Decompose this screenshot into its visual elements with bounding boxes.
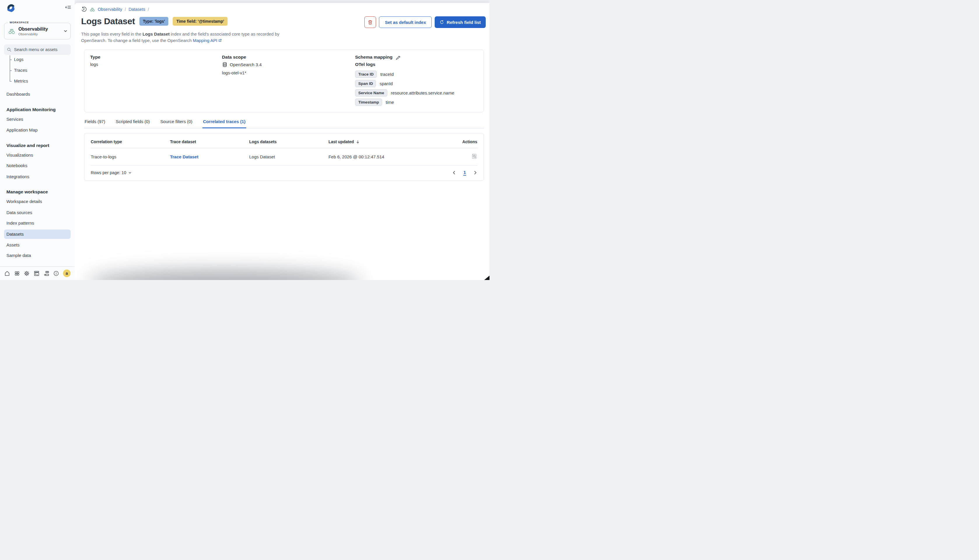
tab-source-filters[interactable]: Source filters (0)	[160, 117, 193, 128]
trash-icon	[368, 20, 373, 25]
inspect-icon[interactable]	[471, 153, 477, 159]
sidebar-item-workspace-details[interactable]: Workspace details	[4, 197, 71, 206]
schema-badge: Timestamp	[355, 98, 382, 106]
chevron-down-icon	[63, 29, 67, 33]
pencil-icon[interactable]	[395, 55, 400, 60]
sidebar-item-assets[interactable]: Assets	[4, 240, 71, 250]
sidebar-item-dashboards[interactable]: Dashboards	[4, 90, 71, 99]
sidebar-item-application-map[interactable]: Application Map	[4, 125, 71, 135]
chevron-right-icon[interactable]	[473, 171, 477, 175]
tab-fields[interactable]: Fields (97)	[84, 117, 106, 128]
home-icon[interactable]	[4, 270, 10, 277]
sidebar-item-notebooks[interactable]: Notebooks	[4, 161, 71, 170]
schema-value: time	[386, 100, 394, 105]
schema-value: traceId	[380, 72, 394, 77]
col-last-updated[interactable]: Last updated	[329, 133, 457, 148]
sidebar-item-metrics[interactable]: Metrics	[14, 77, 28, 85]
trace-dataset-link[interactable]: Trace Dataset	[170, 154, 198, 159]
refresh-field-list-button[interactable]: Refresh field list	[435, 16, 486, 28]
refresh-field-list-label: Refresh field list	[447, 20, 481, 25]
sidebar-item-traces[interactable]: Traces	[14, 66, 27, 75]
pagination-row: Rows per page: 10 1	[91, 166, 477, 179]
sidebar-item-data-sources[interactable]: Data sources	[4, 208, 71, 217]
schema-value: resource.attributes.service.name	[391, 90, 454, 95]
cell-logs-datasets: Logs Dataset	[249, 148, 329, 166]
cell-correlation-type: Trace-to-logs	[91, 148, 170, 166]
info-icon[interactable]	[53, 270, 59, 277]
dev-tools-icon[interactable]	[33, 270, 40, 277]
sidebar-footer: a	[0, 266, 75, 280]
sidebar-section-heading: Visualize and report	[7, 141, 49, 150]
breadcrumb: Observability / Datasets /	[81, 5, 486, 13]
set-default-index-button[interactable]: Set as default index	[379, 16, 432, 28]
schema-mapping-label: Schema mapping	[355, 55, 392, 60]
time-field-badge: Time field: '@timestamp'	[173, 17, 228, 26]
correlated-traces-panel: Correlation type Trace dataset Logs data…	[84, 133, 484, 181]
rows-per-page-label: Rows per page: 10	[91, 170, 126, 175]
type-label: Type	[90, 55, 222, 60]
schema-row-span-id: Span ID spanId	[355, 80, 478, 87]
collapse-sidebar-icon[interactable]	[65, 4, 71, 10]
history-icon[interactable]	[81, 7, 87, 12]
sidebar-item-index-patterns[interactable]: Index patterns	[4, 218, 71, 228]
data-scope-index-pattern: logs-otel-v1*	[222, 70, 355, 75]
data-scope-label: Data scope	[222, 55, 355, 60]
cell-last-updated: Feb 6, 2026 @ 00:12:47.514	[329, 148, 457, 166]
sidebar-item-visualizations[interactable]: Visualizations	[4, 150, 71, 160]
binoculars-icon	[8, 27, 15, 35]
sidebar-section-heading: Manage workspace	[7, 187, 48, 197]
data-scope-section: Data scope OpenSearch 3.4 logs-otel-v1*	[222, 55, 355, 108]
sidebar-search[interactable]	[4, 44, 71, 55]
tab-scripted-fields[interactable]: Scripted fields (0)	[115, 117, 150, 128]
correlations-table: Correlation type Trace dataset Logs data…	[91, 133, 477, 166]
sidebar-item-logs[interactable]: Logs	[14, 55, 23, 64]
search-icon	[7, 48, 12, 52]
workspace-legend: WORKSPACE	[8, 21, 30, 24]
binoculars-icon	[90, 7, 95, 12]
workspace-name: Observability	[18, 27, 61, 32]
page-description: This page lists every field in the Logs …	[81, 31, 281, 44]
delete-dataset-button[interactable]	[364, 16, 376, 28]
chevron-left-icon[interactable]	[452, 171, 456, 175]
schema-badge: Trace ID	[355, 71, 377, 78]
workspace-selector[interactable]: WORKSPACE Observability Observability	[4, 23, 71, 39]
type-section: Type logs	[90, 55, 222, 108]
external-link-icon	[218, 39, 222, 42]
sidebar-item-integrations[interactable]: Integrations	[4, 172, 71, 182]
main-content: Observability / Datasets / Logs Dataset …	[75, 3, 489, 280]
apps-icon[interactable]	[14, 270, 20, 277]
sidebar-item-sample-data[interactable]: Sample data	[4, 251, 71, 260]
avatar[interactable]: a	[63, 270, 71, 277]
type-value: logs	[90, 62, 222, 67]
schema-mapping-section: Schema mapping OTel logs Trace ID traceI…	[355, 55, 478, 108]
mouse-cursor	[484, 276, 489, 280]
add-data-icon[interactable]	[43, 270, 50, 277]
breadcrumb-observability[interactable]: Observability	[98, 7, 122, 12]
tab-correlated-traces[interactable]: Correlated traces (1)	[202, 117, 246, 128]
page-number[interactable]: 1	[463, 170, 466, 176]
rows-per-page-button[interactable]: Rows per page: 10	[91, 170, 132, 175]
gear-icon[interactable]	[23, 270, 30, 277]
col-trace-dataset: Trace dataset	[170, 133, 249, 148]
schema-mapping-subtitle: OTel logs	[355, 62, 478, 67]
dataset-overview-panel: Type logs Data scope OpenSearch 3.4 logs…	[84, 50, 484, 112]
schema-value: spanId	[380, 81, 393, 86]
refresh-icon	[440, 20, 444, 25]
opensearch-logo-icon[interactable]	[6, 3, 16, 13]
table-row: Trace-to-logs Trace Dataset Logs Dataset…	[91, 148, 477, 166]
sidebar-item-datasets[interactable]: Datasets	[4, 230, 71, 239]
mapping-api-link[interactable]: Mapping API	[193, 38, 217, 43]
data-scope-source: OpenSearch 3.4	[230, 62, 262, 67]
description-bold: Logs Dataset	[143, 32, 170, 37]
sort-desc-icon	[356, 140, 360, 144]
schema-row-service-name: Service Name resource.attributes.service…	[355, 89, 478, 97]
sidebar: WORKSPACE Observability Observability Lo…	[0, 0, 75, 280]
table-header-row: Correlation type Trace dataset Logs data…	[91, 133, 477, 148]
sidebar-item-services[interactable]: Services	[4, 115, 71, 124]
breadcrumb-datasets[interactable]: Datasets	[128, 7, 145, 12]
search-input[interactable]	[14, 47, 68, 52]
schema-row-trace-id: Trace ID traceId	[355, 71, 478, 78]
schema-row-timestamp: Timestamp time	[355, 98, 478, 106]
breadcrumb-separator: /	[148, 7, 149, 12]
col-logs-datasets: Logs datasets	[249, 133, 329, 148]
